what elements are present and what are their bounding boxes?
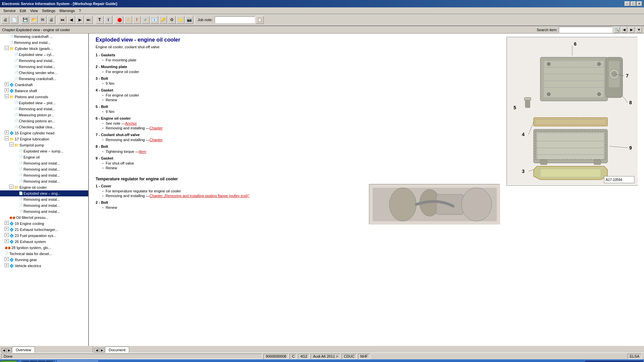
tree-item-removing-6[interactable]: 📄 Removing and instal... xyxy=(0,166,88,172)
tree-item-28-ignition[interactable]: ◆◆ 28 Ignition system, glo... xyxy=(0,245,88,251)
toolbar-btn-prev-prev[interactable]: ⏮ xyxy=(58,16,66,24)
link-item[interactable]: Item xyxy=(139,149,146,154)
tree-item-tech-data[interactable]: 📄 Technical data for diesel... xyxy=(0,251,88,257)
tree-item-removing-4[interactable]: 📄 Removing and instal... xyxy=(0,106,88,112)
search-prev-button[interactable]: ◀ xyxy=(621,27,627,33)
toolbar-btn-next-next[interactable]: ⏭ xyxy=(85,16,93,24)
tree-item-exploded-eng[interactable]: 📄 Exploded view – eng... xyxy=(0,190,88,196)
quicklaunch-ie[interactable]: 🌐 xyxy=(22,360,29,362)
tree-item-removing-11[interactable]: 📄 Removing and instal... xyxy=(0,208,88,215)
menu-view[interactable]: View xyxy=(28,8,40,13)
toolbar-btn-4[interactable]: ✉ xyxy=(39,16,47,24)
expand-icon[interactable]: + xyxy=(5,233,9,237)
tree-item-cylinder-block[interactable]: ─ 📁 Cylinder block (gearb... xyxy=(0,46,88,52)
quicklaunch-app[interactable]: 🔧 xyxy=(46,360,53,362)
expand-icon[interactable]: ─ xyxy=(5,46,9,50)
toolbar-btn-1[interactable]: 🖨 xyxy=(1,16,9,24)
expand-icon[interactable]: + xyxy=(5,82,9,86)
toolbar-btn-text[interactable]: T xyxy=(96,16,104,24)
expand-icon[interactable]: ─ xyxy=(5,136,9,140)
toolbar-btn-settings[interactable]: ⚙ xyxy=(168,16,176,24)
search-option-button[interactable]: ▼ xyxy=(636,27,642,33)
tree-item-removing-10[interactable]: 📄 Removing and instal... xyxy=(0,202,88,208)
tree-item-exploded-pist[interactable]: 📄 Exploded view – pist... xyxy=(0,100,88,106)
expand-icon[interactable]: ─ xyxy=(5,94,9,98)
tab-nav-left-next[interactable]: ▶ xyxy=(7,348,11,353)
tree-item-measuring[interactable]: 📄 Measuring piston pr... xyxy=(0,112,88,118)
expand-icon[interactable]: + xyxy=(5,227,9,231)
expand-icon[interactable]: + xyxy=(5,221,9,225)
link-chapter-long[interactable]: Chapter „Removing and installing sealing… xyxy=(150,194,250,198)
toolbar-btn-fav[interactable]: ⭐ xyxy=(176,16,184,24)
tree-item-19-engine[interactable]: + 💠 19 Engine cooling xyxy=(0,221,88,227)
tree-item-checking-sender[interactable]: 📄 Checking sender whe... xyxy=(0,70,88,76)
menu-settings[interactable]: Settings xyxy=(40,8,57,13)
tree-item-exploded-cyl[interactable]: 📄 Exploded view – cyl... xyxy=(0,52,88,58)
toolbar-btn-job[interactable]: 📋 xyxy=(256,16,264,24)
menu-warnings[interactable]: Warnings xyxy=(57,8,77,13)
tree-item-sump[interactable]: ─ 📁 Sump/oil pump xyxy=(0,142,88,148)
tree-item-removing-3[interactable]: 📄 Removing and instal... xyxy=(0,64,88,70)
tree-item-oil-filter[interactable]: ◆◆ Oil filter/oil pressu... xyxy=(0,215,88,221)
tree-item-removing-5[interactable]: 📄 Removing and instal... xyxy=(0,160,88,166)
expand-icon[interactable]: + xyxy=(5,239,9,243)
maximize-button[interactable]: □ xyxy=(631,1,636,6)
job-note-input[interactable] xyxy=(215,16,255,23)
tree-item-pistons[interactable]: ─ 📁 Pistons and conrods xyxy=(0,94,88,100)
toolbar-btn-red[interactable]: ⬤ xyxy=(115,16,123,24)
tab-document[interactable]: Document xyxy=(105,347,129,353)
toolbar-btn-3[interactable]: 📂 xyxy=(30,16,38,24)
tree-item-balance-shaft[interactable]: + 💠 Balance shaft xyxy=(0,88,88,94)
quicklaunch-explorer[interactable]: 📁 xyxy=(30,360,37,362)
menu-edit[interactable]: Edit xyxy=(18,8,28,13)
search-button[interactable]: 🔍 xyxy=(614,27,620,33)
toolbar-btn-key[interactable]: 🔑 xyxy=(159,16,167,24)
toolbar-btn-2[interactable]: 📄 xyxy=(10,16,18,24)
tree-item-removing-1[interactable]: 📄 Removing and instal... xyxy=(0,40,88,46)
toolbar-btn-camera[interactable]: 📷 xyxy=(185,16,193,24)
tab-nav-right-next[interactable]: ▶ xyxy=(100,348,104,353)
tree-item-engine-oil-cooler[interactable]: ─ 📁 Engine oil cooler xyxy=(0,184,88,190)
search-input[interactable] xyxy=(559,27,612,33)
tree-item-15-engine[interactable]: + 💠 15 Engine cylinder head xyxy=(0,130,88,136)
search-next-button[interactable]: ▶ xyxy=(629,27,635,33)
tree-item-engine-oil[interactable]: 📄 Engine oil xyxy=(0,154,88,160)
tree-item-23-fuel[interactable]: + 💠 23 Fuel preparation sys... xyxy=(0,233,88,239)
toolbar-btn-5[interactable]: 🖨 xyxy=(47,16,55,24)
link-anchor[interactable]: Anchor xyxy=(125,121,137,125)
toolbar-btn-prev[interactable]: ◀ xyxy=(67,16,75,24)
link-chapter-1[interactable]: Chapter xyxy=(150,126,163,130)
expand-icon[interactable]: ─ xyxy=(9,185,13,189)
start-button[interactable]: Start xyxy=(1,360,17,362)
tree-item-26-exhaust[interactable]: + 💠 26 Exhaust system xyxy=(0,239,88,245)
menu-service[interactable]: Service xyxy=(1,8,18,13)
tree-item-renewing-crankshaft-2[interactable]: 📄 Renewing crankshaft... xyxy=(0,76,88,82)
tree-item-removing-8[interactable]: 📄 Removing and instal... xyxy=(0,178,88,184)
tab-overview[interactable]: Overview xyxy=(12,347,35,353)
tree-item-crankshaft[interactable]: + 💠 Crankshaft xyxy=(0,82,88,88)
tree-item-vehicle-electrics[interactable]: + 💠 Vehicle electrics xyxy=(0,263,88,269)
toolbar-btn-next[interactable]: ▶ xyxy=(76,16,84,24)
tree-item-removing-9[interactable]: 📄 Removing and instal... xyxy=(0,196,88,202)
link-chapter-2[interactable]: Chapter xyxy=(150,138,163,142)
close-button[interactable]: ✕ xyxy=(637,1,642,6)
toolbar-btn-check[interactable]: ✓ xyxy=(142,16,150,24)
tree-item-17-engine[interactable]: ─ 📁 17 Engine lubrication xyxy=(0,136,88,142)
expand-icon[interactable]: ─ xyxy=(9,142,13,146)
expand-icon[interactable]: + xyxy=(5,263,9,267)
toolbar-btn-info[interactable]: i xyxy=(104,16,112,24)
menu-help[interactable]: ? xyxy=(77,8,83,13)
toolbar-btn-warn[interactable]: ⚠ xyxy=(124,16,132,24)
expand-icon[interactable]: + xyxy=(5,88,9,92)
tree-item-renewing-crankshaft-1[interactable]: 📄 Renewing crankshaft ... xyxy=(0,34,88,40)
expand-icon[interactable]: + xyxy=(5,130,9,134)
tree-item-checking-pistons[interactable]: 📄 Checking pistons an... xyxy=(0,118,88,124)
toolbar-btn-mail[interactable]: 📧 xyxy=(150,16,158,24)
toolbar-btn-save[interactable]: 💾 xyxy=(21,16,29,24)
minimize-button[interactable]: ─ xyxy=(625,1,630,6)
tree-item-exploded-sump[interactable]: 📄 Exploded view – sump... xyxy=(0,148,88,154)
taskbar-app[interactable]: Electronic Service Inf... xyxy=(57,360,98,362)
tree-item-removing-2[interactable]: 📄 Removing and instal... xyxy=(0,58,88,64)
tab-nav-right-prev[interactable]: ◀ xyxy=(94,348,99,353)
tree-item-21-exhaust[interactable]: + 💠 21 Exhaust turbocharger... xyxy=(0,227,88,233)
